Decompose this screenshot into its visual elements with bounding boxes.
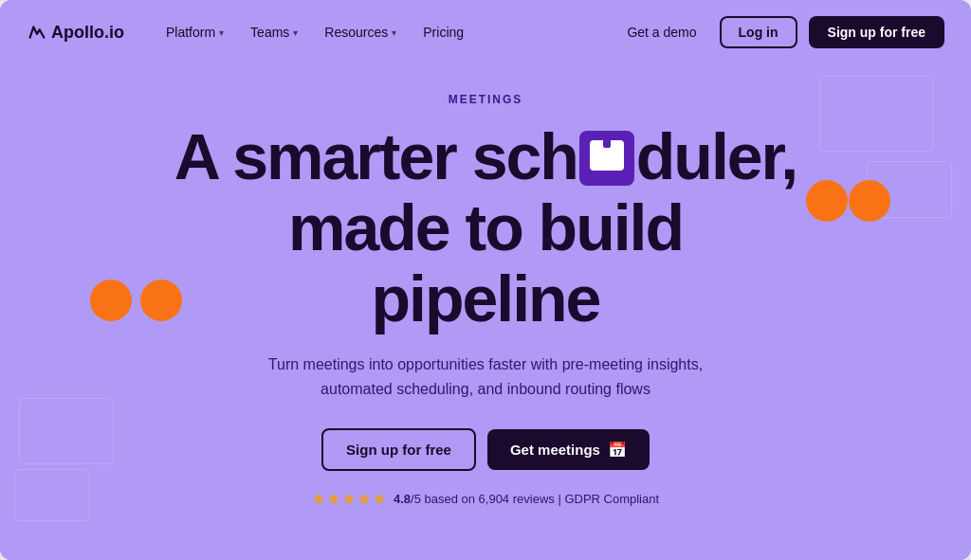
logo-icon	[27, 22, 47, 43]
hero-rating: ★ ★ ★ ★ ★ 4.8/5 based on 6,904 reviews |…	[312, 490, 659, 508]
star-3: ★	[342, 490, 356, 508]
star-rating: ★ ★ ★ ★ ★	[312, 490, 386, 508]
star-2: ★	[327, 490, 340, 508]
hero-buttons: Sign up for free Get meetings 📅	[321, 428, 650, 471]
calendar-btn-icon: 📅	[608, 441, 627, 459]
rating-text: 4.8/5 based on 6,904 reviews | GDPR Comp…	[394, 492, 659, 506]
signup-nav-button[interactable]: Sign up for free	[809, 16, 944, 48]
nav-platform[interactable]: Platform ▾	[155, 19, 235, 45]
login-button[interactable]: Log in	[720, 16, 797, 48]
page-wrapper: Apollo.io Platform ▾ Teams ▾ Resources ▾…	[0, 0, 971, 560]
signup-outline-button[interactable]: Sign up for free	[321, 428, 476, 471]
hero-title-line2: made to build	[174, 192, 797, 263]
nav-actions: Get a demo Log in Sign up for free	[615, 16, 944, 48]
logo-text: Apollo.io	[51, 23, 124, 43]
hero-title: A smarter schduler, made to build pipeli…	[174, 121, 797, 334]
chevron-down-icon: ▾	[219, 27, 224, 38]
chevron-down-icon: ▾	[392, 27, 396, 38]
hero-subtitle: Turn meetings into opportunities faster …	[258, 352, 713, 401]
nav-teams[interactable]: Teams ▾	[239, 19, 309, 45]
calendar-icon	[579, 131, 634, 186]
star-1: ★	[312, 490, 325, 508]
hero-eyebrow: MEETINGS	[449, 93, 523, 106]
hero-section: MEETINGS A smarter schduler, made to bui…	[0, 64, 971, 508]
navbar: Apollo.io Platform ▾ Teams ▾ Resources ▾…	[0, 0, 971, 64]
star-5: ★	[373, 490, 386, 508]
star-4: ★	[357, 490, 371, 508]
nav-resources[interactable]: Resources ▾	[313, 19, 408, 45]
nav-pricing[interactable]: Pricing	[412, 19, 475, 45]
hero-title-line3: pipeline	[174, 263, 797, 334]
hero-title-part2: duler,	[636, 120, 797, 192]
get-demo-link[interactable]: Get a demo	[615, 19, 707, 45]
nav-links: Platform ▾ Teams ▾ Resources ▾ Pricing	[155, 19, 608, 45]
hero-title-part1: A smarter sch	[174, 120, 577, 192]
get-meetings-button[interactable]: Get meetings 📅	[487, 429, 650, 470]
logo[interactable]: Apollo.io	[27, 22, 124, 43]
chevron-down-icon: ▾	[293, 27, 298, 38]
